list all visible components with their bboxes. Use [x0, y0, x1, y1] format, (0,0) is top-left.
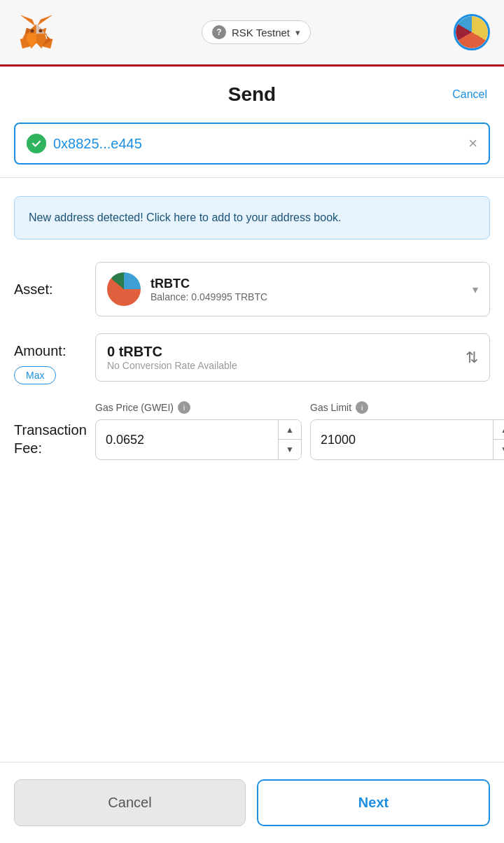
fee-inputs: Gas Price (GWEI) i Gas Limit i ▲ ▼: [95, 401, 504, 460]
top-bar: ? RSK Testnet ▾: [0, 0, 504, 67]
gas-price-info-icon[interactable]: i: [178, 401, 190, 414]
gas-price-input-wrapper: ▲ ▼: [95, 419, 302, 460]
amount-row: Amount: Max 0 tRBTC No Conversion Rate A…: [14, 333, 490, 384]
network-help-icon: ?: [212, 25, 226, 39]
notice-text: New address detected! Click here to add …: [29, 211, 341, 223]
amount-label: Amount:: [14, 343, 84, 359]
clear-address-icon[interactable]: ×: [468, 136, 477, 151]
asset-balance: Balance: 0.049995 TRBTC: [150, 291, 463, 302]
cancel-button[interactable]: Cancel: [14, 779, 246, 826]
amount-label-col: Amount: Max: [14, 333, 84, 384]
account-avatar[interactable]: [454, 14, 490, 50]
amount-value: 0 tRBTC: [107, 344, 458, 360]
gas-limit-info-icon[interactable]: i: [356, 401, 368, 414]
fee-row: Transaction Fee: Gas Price (GWEI) i Gas …: [14, 401, 490, 460]
svg-point-17: [39, 29, 43, 33]
asset-icon: [107, 272, 141, 306]
amount-field[interactable]: 0 tRBTC No Conversion Rate Available ⇅: [95, 333, 490, 382]
asset-selector[interactable]: tRBTC Balance: 0.049995 TRBTC ▾: [95, 262, 490, 316]
gas-price-stepper: ▲ ▼: [278, 420, 301, 459]
gas-price-header: Gas Price (GWEI) i: [95, 401, 302, 414]
fee-label: Transaction Fee:: [14, 401, 84, 457]
gas-price-increment[interactable]: ▲: [279, 420, 301, 440]
avatar-pie-chart: [456, 16, 488, 48]
asset-row: Asset: tRBTC Balance: 0.049995 TRBTC ▾: [14, 262, 490, 316]
gas-limit-decrement[interactable]: ▼: [493, 440, 504, 459]
gas-limit-input[interactable]: [311, 424, 493, 456]
asset-name: tRBTC: [150, 277, 463, 291]
gas-price-label: Gas Price (GWEI): [95, 402, 174, 413]
page-header: Send Cancel: [0, 67, 504, 117]
swap-currency-icon[interactable]: ⇅: [465, 349, 478, 367]
new-address-notice[interactable]: New address detected! Click here to add …: [14, 196, 490, 239]
address-valid-icon: [27, 134, 46, 153]
address-input-wrapper[interactable]: 0x8825...e445 ×: [14, 123, 490, 165]
fee-fields: ▲ ▼ ▲ ▼: [95, 419, 504, 460]
asset-dropdown-arrow: ▾: [472, 283, 478, 296]
gas-price-decrement[interactable]: ▼: [279, 440, 301, 459]
network-name: RSK Testnet: [232, 27, 290, 39]
metamask-logo: [14, 10, 59, 55]
fee-headers: Gas Price (GWEI) i Gas Limit i: [95, 401, 504, 414]
next-button[interactable]: Next: [257, 779, 490, 826]
asset-label: Asset:: [14, 281, 84, 298]
amount-values: 0 tRBTC No Conversion Rate Available: [107, 344, 458, 371]
svg-point-16: [31, 29, 34, 33]
gas-limit-stepper: ▲ ▼: [493, 420, 504, 459]
gas-limit-increment[interactable]: ▲: [493, 420, 504, 440]
page-title: Send: [228, 83, 276, 106]
header-cancel-link[interactable]: Cancel: [452, 88, 487, 101]
divider-1: [0, 177, 504, 178]
gas-limit-input-wrapper: ▲ ▼: [310, 419, 504, 460]
main-content: Send Cancel 0x8825...e445 × New address …: [0, 67, 504, 843]
gas-price-input[interactable]: [96, 424, 278, 456]
form-section: Asset: tRBTC Balance: 0.049995 TRBTC ▾ A…: [0, 251, 504, 471]
chevron-down-icon: ▾: [295, 27, 300, 38]
asset-info: tRBTC Balance: 0.049995 TRBTC: [150, 277, 463, 302]
network-selector[interactable]: ? RSK Testnet ▾: [202, 20, 311, 44]
gas-limit-label: Gas Limit: [310, 402, 351, 413]
svg-marker-1: [21, 15, 35, 26]
address-value: 0x8825...e445: [53, 136, 461, 152]
max-button[interactable]: Max: [14, 366, 56, 384]
svg-marker-0: [38, 15, 52, 25]
gas-limit-header: Gas Limit i: [310, 401, 504, 414]
bottom-buttons: Cancel Next: [0, 762, 504, 843]
amount-conversion: No Conversion Rate Available: [107, 360, 458, 371]
